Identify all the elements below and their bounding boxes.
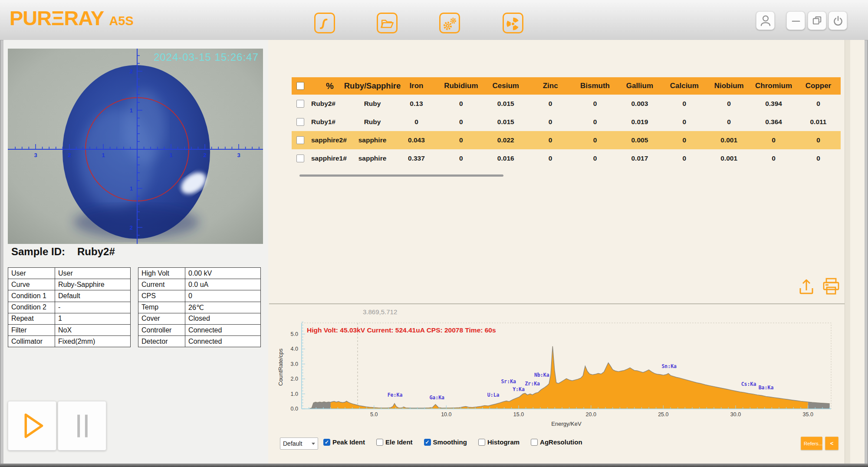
export-button[interactable]	[796, 276, 817, 299]
radiation-icon	[504, 15, 522, 33]
element-value: 0	[707, 118, 751, 126]
param-row: CurveRuby-Sapphire	[8, 279, 131, 290]
param-row: Condition 1Default	[8, 290, 131, 302]
column-header-calcium[interactable]: Calcium	[662, 82, 707, 90]
settings-button[interactable]	[439, 13, 460, 33]
param-label: Temp	[138, 302, 185, 313]
select-all-checkbox[interactable]	[292, 82, 309, 90]
table-row[interactable]: Ruby1#Ruby000.015000.019000.3640.011	[292, 113, 841, 131]
svg-text:1: 1	[169, 152, 172, 158]
svg-text:2: 2	[130, 68, 133, 75]
user-button[interactable]	[756, 11, 775, 30]
xray-button[interactable]	[503, 13, 523, 33]
spectrum-chart[interactable]: 0.01.02.03.04.05.05.010.015.020.025.030.…	[271, 319, 844, 431]
element-value: 0.015	[483, 100, 528, 108]
curve-button[interactable]	[314, 13, 335, 33]
table-row[interactable]: sapphire2#sapphire0.04300.022000.00500.0…	[292, 131, 841, 149]
column-header-rubidium[interactable]: Rubidium	[439, 82, 483, 90]
sample-id-label: Sample ID:	[11, 246, 65, 257]
vertical-scrollbar[interactable]	[845, 40, 850, 464]
param-label: Collimator	[8, 336, 55, 347]
refers-button[interactable]: Refers...	[801, 437, 822, 450]
svg-text:Y:Ka: Y:Ka	[513, 386, 525, 392]
row-checkbox[interactable]	[292, 100, 309, 108]
table-row[interactable]: sapphire1#sapphire0.33700.016000.01700.0…	[292, 149, 841, 168]
param-value: Connected	[185, 336, 261, 347]
svg-text:Cs:Ka: Cs:Ka	[741, 381, 756, 387]
instrument-status-table: High Volt0.00 kVCurrent0.0 uACPS0Temp26℃…	[138, 267, 261, 347]
param-label: Current	[138, 279, 185, 290]
checkbox-histogram[interactable]: Histogram	[478, 438, 519, 446]
column-header-zinc[interactable]: Zinc	[528, 82, 573, 90]
checkbox-label: AgResolution	[540, 438, 582, 446]
minimize-button[interactable]	[786, 11, 805, 30]
svg-text:10.0: 10.0	[441, 411, 451, 418]
param-label: Condition 1	[8, 290, 55, 302]
power-icon	[829, 12, 847, 30]
param-row: UserUser	[8, 268, 131, 279]
param-row: High Volt0.00 kV	[138, 268, 261, 279]
param-value: User	[55, 268, 131, 279]
column-header-chromium[interactable]: Chromium	[751, 82, 796, 90]
app-window: PURΞRAYA5S	[0, 0, 868, 467]
element-value: 0.337	[394, 155, 439, 162]
checkbox-icon	[531, 439, 538, 446]
column-header-gallium[interactable]: Gallium	[617, 82, 662, 90]
restore-icon	[809, 12, 826, 30]
column-header-iron[interactable]: Iron	[394, 82, 439, 90]
param-label: Curve	[8, 279, 55, 290]
element-value: 0	[394, 118, 439, 126]
power-button[interactable]	[829, 11, 847, 30]
checkbox-peak-ident[interactable]: Peak Ident	[323, 438, 365, 446]
param-row: CoverClosed	[138, 313, 261, 324]
param-row: Current0.0 uA	[138, 279, 261, 290]
horizontal-scrollbar[interactable]	[299, 174, 503, 177]
checkbox-smoothing[interactable]: Smoothing	[424, 438, 467, 446]
element-value: 0	[528, 118, 573, 126]
element-value: 0.364	[751, 118, 796, 126]
element-value: 0	[573, 118, 618, 126]
column-header-copper[interactable]: Copper	[796, 82, 841, 90]
element-value: 0	[439, 100, 483, 108]
param-value: Fixed(2mm)	[55, 336, 131, 347]
curve-preset-select[interactable]: Default	[280, 437, 318, 450]
collapse-button[interactable]: <	[825, 437, 838, 450]
row-checkbox[interactable]	[292, 155, 309, 162]
param-row: Repeat1	[8, 313, 131, 324]
preset-value: Default	[283, 440, 302, 447]
column-header-bismuth[interactable]: Bismuth	[573, 82, 618, 90]
svg-text:0.0: 0.0	[291, 406, 298, 412]
results-table-header: %Ruby/SapphireIronRubidiumCesiumZincBism…	[292, 77, 841, 95]
open-file-button[interactable]	[377, 13, 398, 33]
pause-measure-button[interactable]	[58, 401, 106, 451]
row-checkbox[interactable]	[292, 118, 309, 126]
checkbox-ele-ident[interactable]: Ele Ident	[376, 438, 413, 446]
column-header-niobium[interactable]: Niobium	[707, 82, 751, 90]
restore-button[interactable]	[808, 11, 826, 30]
param-row: Condition 2-	[8, 302, 131, 313]
chart-options-bar: Peak IdentEle IdentSmoothingHistogramAgR…	[323, 438, 582, 446]
table-row[interactable]: Ruby2#Ruby0.1300.015000.003000.3940	[292, 95, 841, 113]
param-value: Ruby-Sapphire	[55, 279, 131, 290]
row-checkbox[interactable]	[292, 136, 309, 144]
element-value: 0	[751, 155, 796, 162]
start-measure-button[interactable]	[8, 401, 56, 451]
print-button[interactable]	[820, 275, 842, 299]
element-value: 0	[707, 100, 751, 108]
column-header-ruby-sapphire[interactable]: Ruby/Sapphire	[351, 81, 394, 91]
element-value: 0	[439, 155, 483, 162]
column-header-cesium[interactable]: Cesium	[483, 82, 528, 90]
titlebar: PURΞRAYA5S	[0, 0, 868, 40]
param-row: CPS0	[138, 290, 261, 302]
checkbox-icon	[323, 439, 330, 446]
results-table: %Ruby/SapphireIronRubidiumCesiumZincBism…	[292, 77, 841, 168]
param-row: Temp26℃	[138, 302, 261, 313]
checkbox-agresolution[interactable]: AgResolution	[531, 438, 582, 446]
svg-text:Ga:Ka: Ga:Ka	[429, 395, 444, 401]
param-value: Closed	[185, 313, 261, 324]
param-value: 0.0 uA	[185, 279, 261, 290]
svg-text:1.0: 1.0	[291, 391, 298, 397]
param-label: Repeat	[8, 313, 55, 324]
play-icon	[8, 401, 56, 450]
element-value: 0.016	[483, 155, 528, 162]
